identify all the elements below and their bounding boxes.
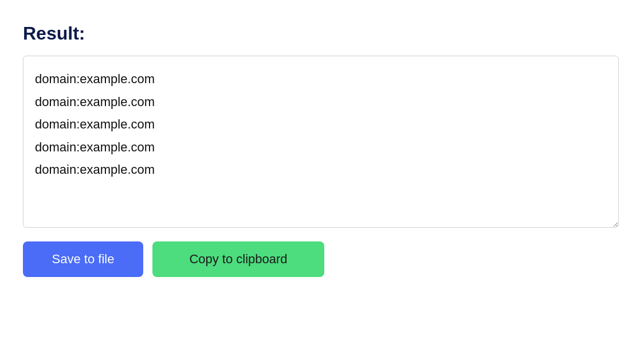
- result-heading: Result:: [23, 23, 621, 44]
- result-textarea[interactable]: domain:example.com domain:example.com do…: [23, 56, 619, 228]
- copy-to-clipboard-button[interactable]: Copy to clipboard: [152, 241, 324, 277]
- save-to-file-button[interactable]: Save to file: [23, 241, 143, 277]
- button-row: Save to file Copy to clipboard: [23, 241, 621, 277]
